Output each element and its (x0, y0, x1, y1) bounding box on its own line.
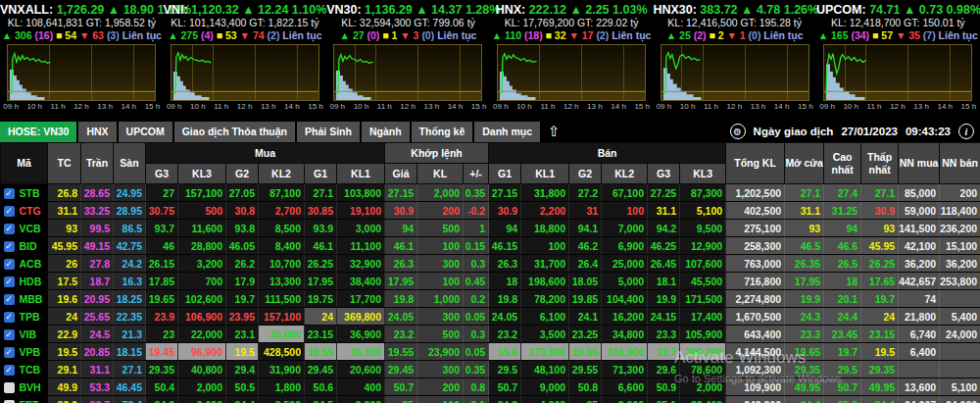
row-checkbox[interactable] (4, 400, 15, 403)
nav-tab[interactable]: Danh mục (474, 122, 540, 142)
cell-ban-g1: 18 (489, 273, 521, 290)
index-breadth-line: ▲ 110 (18) ■ 32 ▼ 17 (2) Liên tục (490, 29, 654, 42)
floor-count: (0) (421, 29, 434, 41)
cell-thap-nhat: 30.9 (861, 202, 899, 220)
table-row[interactable]: ✓TPB2425.6522.3523.9106,90023.95157,1002… (1, 308, 980, 326)
col-header-nn-mua[interactable]: NN mua (899, 143, 940, 184)
nav-tab[interactable]: HOSE: VN30 (0, 122, 76, 142)
col-header-mua-kl3[interactable]: KL3 (178, 164, 226, 184)
cell-ban-kl3: 78,600 (680, 361, 726, 378)
nav-tab[interactable]: Phái Sinh (297, 122, 360, 142)
session-status: Liên tục (939, 29, 978, 41)
cell-mua-g2: 50.5 (226, 378, 259, 396)
floor-count: (7) (923, 29, 936, 41)
col-header-kl[interactable]: KL (417, 164, 464, 184)
nav-tab[interactable]: HNX (78, 122, 116, 142)
advancers-count: 275 (181, 29, 199, 41)
table-row[interactable]: ✓HDB17.518.716.317.8570017.913,30017.953… (1, 273, 980, 290)
cell-ban-kl3: 2,000 (680, 378, 726, 396)
col-header-mua-g2[interactable]: G2 (226, 164, 259, 184)
col-header-ma[interactable]: Mã (1, 143, 48, 184)
col-header-ban-kl3[interactable]: KL3 (680, 164, 726, 184)
row-checkbox[interactable]: ✓ (4, 277, 15, 287)
table-row[interactable]: ✓BID45.9549.1542.754628,80046.058,40046.… (1, 237, 980, 255)
nav-tab[interactable]: Thống kê (412, 122, 473, 142)
col-header-cao-nhat[interactable]: Cao nhất (824, 143, 861, 184)
cell-mua-kl1: 103,800 (337, 184, 385, 202)
row-checkbox[interactable]: ✓ (4, 365, 15, 376)
col-header-mua-g3[interactable]: G3 (146, 164, 178, 184)
table-row[interactable]: FPT82.986.778.484.29,00084.48,50084.59,3… (1, 396, 980, 403)
row-checkbox[interactable]: ✓ (4, 188, 15, 199)
col-header-mua-kl1[interactable]: KL1 (337, 164, 385, 184)
row-checkbox[interactable]: ✓ (4, 259, 15, 270)
cell-ban-kl3: 87,300 (680, 184, 726, 202)
cell-mua-g3: 93.7 (146, 220, 178, 237)
col-header-nn-ban[interactable]: NN bán (940, 143, 980, 184)
index-volume-line: KL: 101,143,400 GT: 1,822.15 tỷ (164, 17, 327, 29)
cell-mua-g3: 29.35 (146, 361, 178, 378)
expand-arrow-icon[interactable]: ⇧ (548, 122, 561, 141)
col-header-ban-g1[interactable]: G1 (489, 164, 521, 184)
col-header-gia[interactable]: Giá (385, 164, 417, 184)
cell-mua-g1: 50.6 (305, 378, 337, 396)
table-row[interactable]: ✓TCB29.131.127.129.3540,80029.431,90029.… (1, 361, 980, 378)
row-checkbox[interactable]: ✓ (4, 224, 15, 234)
col-header-mua-g1[interactable]: G1 (305, 164, 337, 184)
col-header-san[interactable]: Sàn (114, 143, 146, 184)
cell-tc: 19.5 (48, 343, 81, 361)
row-checkbox[interactable]: ✓ (4, 206, 15, 217)
nav-tab[interactable]: Giao dịch Thỏa thuận (174, 122, 295, 142)
col-header-ban-kl2[interactable]: KL2 (602, 164, 648, 184)
index-panel: VN30: 1,136.29 ▲ 14.37 1.28% KL: 32,594,… (326, 0, 490, 121)
table-row[interactable]: ✓CTG31.133.2528.9530.7550030.82,70030.85… (1, 202, 980, 220)
col-header-ban-g2[interactable]: G2 (569, 164, 602, 184)
cell-ban-g2: 26.4 (569, 255, 602, 273)
table-row[interactable]: ✓MBB19.620.9518.2519.65102,60019.7111,50… (1, 290, 980, 308)
table-row[interactable]: ✓ACB2627.824.226.153,20026.210,70026.253… (1, 255, 980, 273)
table-row[interactable]: ✓VCB9399.586.593.711,60093.88,50093.93,0… (1, 220, 980, 237)
table-row[interactable]: ✓VIB22.924.521.32322,00023.130,00023.153… (1, 326, 980, 343)
col-header-mua-kl2[interactable]: KL2 (259, 164, 305, 184)
row-checkbox[interactable]: ✓ (4, 329, 15, 340)
nav-tab[interactable]: Ngành (362, 122, 410, 142)
table-row[interactable]: ✓STB26.828.6524.9527157,10027.0587,10027… (1, 184, 980, 202)
cell-tc: 45.95 (48, 237, 81, 255)
row-checkbox[interactable] (4, 382, 15, 393)
row-checkbox[interactable]: ✓ (4, 312, 15, 323)
volume-value: 108,641,831 (25, 17, 82, 28)
time-tick: 11 h (377, 102, 392, 112)
cell-ban-kl2: 316,900 (602, 343, 648, 361)
cell-nn-ban: 24,000 (940, 326, 980, 343)
floor-count: (2) (268, 29, 280, 41)
cell-tc: 26 (48, 255, 81, 273)
table-row[interactable]: BVH49.953.346.4550.42,00050.51,80050.640… (1, 378, 980, 396)
cell-mo-cua: 93 (785, 220, 824, 237)
time-tick: 10 h (680, 102, 696, 112)
ticker-symbol: STB (20, 187, 40, 199)
cell-mo-cua: 49.95 (785, 378, 824, 396)
info-icon[interactable]: i (958, 124, 974, 139)
row-checkbox[interactable]: ✓ (4, 294, 15, 305)
row-checkbox[interactable]: ✓ (4, 241, 15, 252)
table-row[interactable]: ✓VPB19.520.8518.1519.4596,90019.5428,500… (1, 343, 980, 361)
price-table: Mã TC Trần Sàn Mua Khớp lệnh Bán Tổng KL… (0, 142, 980, 403)
cell-mua-g1: 23.15 (305, 326, 337, 343)
ceiling-count: (18) (524, 29, 543, 41)
index-value: 74.71 (869, 3, 900, 17)
cell-mua-kl2: 8,500 (259, 396, 305, 403)
cell-chg: 0.45 (464, 273, 489, 290)
col-header-chg[interactable]: +/- (464, 164, 489, 184)
col-header-tc[interactable]: TC (48, 143, 81, 184)
stock-board: VNXALL: 1,726.29 ▲ 18.90 1.11% KL: 108,6… (0, 0, 980, 403)
settings-gear-icon[interactable]: ⚙ (730, 124, 746, 139)
col-header-ban-kl1[interactable]: KL1 (521, 164, 569, 184)
nav-tab[interactable]: UPCOM (119, 122, 172, 142)
col-header-thap-nhat[interactable]: Thấp nhất (861, 143, 899, 184)
col-header-tran[interactable]: Trần (81, 143, 114, 184)
col-header-mo-cua[interactable]: Mở cửa (785, 143, 824, 184)
row-checkbox[interactable]: ✓ (4, 347, 15, 358)
col-header-ban-g3[interactable]: G3 (648, 164, 680, 184)
cell-mua-g2: 23.95 (226, 308, 259, 326)
col-header-tong-kl[interactable]: Tổng KL (726, 143, 785, 184)
